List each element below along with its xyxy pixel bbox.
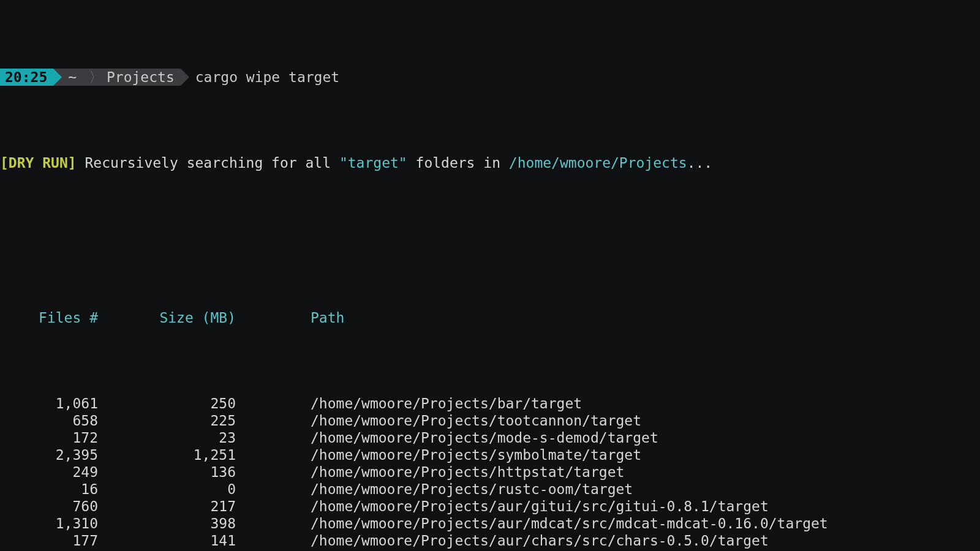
cell-path: /home/wmoore/Projects/mode-s-demod/targe… [236, 429, 658, 446]
cell-files: 1,061 [0, 395, 98, 412]
cell-size: 225 [98, 412, 236, 429]
table-row: 760217/home/wmoore/Projects/aur/gitui/sr… [0, 498, 980, 515]
cell-size: 0 [98, 481, 236, 498]
search-middle: folders in [407, 155, 509, 171]
header-size: Size (MB) [98, 309, 236, 326]
dry-run-tag: [DRY RUN] [0, 155, 77, 171]
table-header: Files # Size (MB) Path [0, 309, 980, 326]
cell-size: 1,251 [98, 446, 236, 463]
cell-size: 136 [98, 463, 236, 481]
cell-size: 398 [98, 515, 236, 532]
prompt-time: 20:25 [5, 69, 47, 86]
cell-files: 177 [0, 532, 98, 549]
cell-files: 760 [0, 498, 98, 515]
cell-size: 217 [98, 498, 236, 515]
cell-path: /home/wmoore/Projects/aur/gitui/src/gitu… [236, 498, 769, 515]
chevron-right-icon: 〉 [80, 69, 103, 86]
cell-size: 141 [98, 532, 236, 549]
blank-line [0, 223, 980, 241]
prompt-command: cargo wipe target [181, 69, 339, 86]
table-row: 2,3951,251/home/wmoore/Projects/symbolma… [0, 446, 980, 463]
cell-path: /home/wmoore/Projects/aur/mdcat/src/mdca… [236, 515, 828, 532]
cell-files: 249 [0, 463, 98, 481]
prompt-line[interactable]: 20:25 ~ 〉Projects cargo wipe target [0, 69, 980, 86]
cell-files: 658 [0, 412, 98, 429]
cell-size: 23 [98, 429, 236, 446]
cell-path: /home/wmoore/Projects/bar/target [236, 395, 582, 412]
prompt-home: ~ [68, 69, 77, 86]
prompt-path-segment: ~ 〉Projects [53, 69, 181, 86]
table-row: 658225/home/wmoore/Projects/tootcannon/t… [0, 412, 980, 429]
search-suffix: ... [687, 155, 713, 171]
search-quote: "target" [339, 155, 407, 171]
table-row: 177141/home/wmoore/Projects/aur/chars/sr… [0, 532, 980, 549]
cell-path: /home/wmoore/Projects/aur/chars/src/char… [236, 532, 769, 549]
cell-path: /home/wmoore/Projects/tootcannon/target [236, 412, 641, 429]
cell-files: 1,310 [0, 515, 98, 532]
cell-size: 250 [98, 395, 236, 412]
dry-run-line: [DRY RUN] Recursively searching for all … [0, 154, 980, 171]
search-prefix: Recursively searching for all [85, 155, 339, 171]
table-row: 1,310398/home/wmoore/Projects/aur/mdcat/… [0, 515, 980, 532]
cell-path: /home/wmoore/Projects/symbolmate/target [236, 446, 641, 463]
cell-path: /home/wmoore/Projects/httpstat/target [236, 463, 624, 481]
header-path: Path [236, 309, 344, 326]
table-row: 1,061250/home/wmoore/Projects/bar/target [0, 395, 980, 412]
prompt-time-segment: 20:25 [0, 69, 53, 86]
cell-files: 16 [0, 481, 98, 498]
table-row: 17223/home/wmoore/Projects/mode-s-demod/… [0, 429, 980, 446]
cell-files: 2,395 [0, 446, 98, 463]
search-path: /home/wmoore/Projects [509, 155, 687, 171]
cell-files: 172 [0, 429, 98, 446]
table-row: 249136/home/wmoore/Projects/httpstat/tar… [0, 463, 980, 481]
prompt-dir: Projects [107, 69, 175, 86]
table-row: 160/home/wmoore/Projects/rustc-oom/targe… [0, 481, 980, 498]
header-files: Files # [0, 309, 98, 326]
table-body: 1,061250/home/wmoore/Projects/bar/target… [0, 395, 980, 551]
cell-path: /home/wmoore/Projects/rustc-oom/target [236, 481, 633, 498]
